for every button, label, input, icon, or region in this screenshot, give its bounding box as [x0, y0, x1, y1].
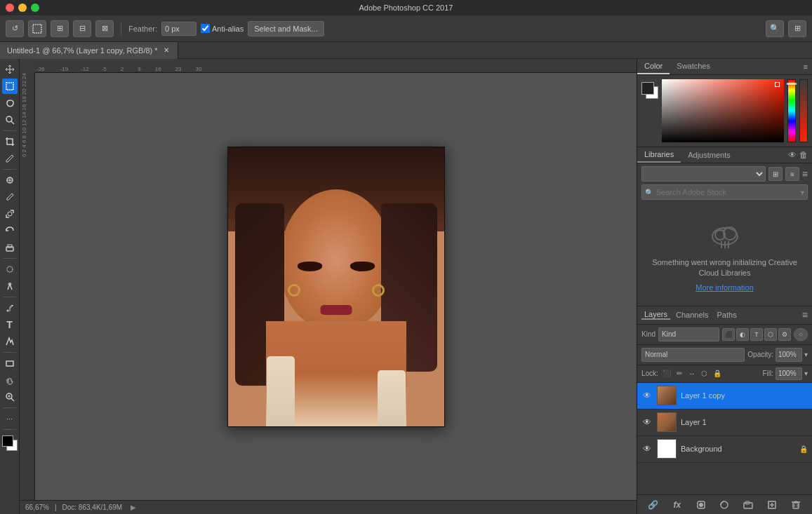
- canvas-document[interactable]: [227, 147, 445, 427]
- smart-filter-icon[interactable]: ⚙: [778, 328, 791, 341]
- feather-input[interactable]: [161, 22, 197, 36]
- tab-layers[interactable]: Layers: [641, 310, 670, 320]
- dodge-tool[interactable]: [2, 278, 18, 294]
- tab-libraries[interactable]: Libraries: [637, 147, 681, 163]
- eyedropper-tool[interactable]: [2, 151, 18, 166]
- canvas-viewport[interactable]: [35, 73, 637, 500]
- library-dropdown[interactable]: [641, 166, 766, 182]
- heal-tool[interactable]: [2, 173, 18, 188]
- more-information-link[interactable]: More information: [695, 283, 754, 292]
- tool-icon-4[interactable]: ⊠: [95, 20, 114, 37]
- libraries-delete-btn[interactable]: 🗑: [799, 150, 808, 160]
- tool-icon-2[interactable]: ⊞: [51, 20, 69, 37]
- kind-select[interactable]: Kind: [658, 327, 719, 341]
- tool-separator-3: [4, 258, 16, 259]
- history-brush-tool[interactable]: [2, 223, 18, 238]
- type-tool[interactable]: T: [2, 317, 18, 332]
- cloud-error-icon: [707, 217, 743, 252]
- type-filter-icon[interactable]: T: [750, 328, 763, 341]
- undo-btn[interactable]: ↺: [6, 20, 24, 37]
- traffic-lights[interactable]: [6, 4, 39, 12]
- libraries-visibility-btn[interactable]: 👁: [788, 150, 797, 160]
- fg-bg-swatch[interactable]: [641, 82, 658, 99]
- new-adjustment-btn[interactable]: [717, 498, 731, 512]
- search-button[interactable]: 🔍: [766, 20, 784, 37]
- color-panel-menu[interactable]: ≡: [804, 62, 812, 71]
- grid-view-btn[interactable]: ⊞: [768, 167, 783, 181]
- layer-item[interactable]: 👁 Background 🔒: [637, 436, 812, 463]
- rect-marquee-icon[interactable]: [28, 20, 46, 37]
- alpha-bar[interactable]: [799, 79, 808, 142]
- libraries-panel: Libraries Adjustments 👁 🗑 ⊞ ≡ ≡ 🔍: [637, 147, 812, 306]
- rect-tool[interactable]: [2, 356, 18, 371]
- layer-visibility-0[interactable]: 👁: [641, 390, 653, 401]
- hue-bar[interactable]: [787, 79, 796, 142]
- shape-filter-icon[interactable]: ⬡: [764, 328, 777, 341]
- eyes: [291, 259, 382, 273]
- minimize-button[interactable]: [18, 4, 27, 12]
- tool-separator-1: [4, 130, 16, 131]
- tab-swatches[interactable]: Swatches: [670, 59, 717, 74]
- libraries-options-menu[interactable]: ≡: [802, 168, 808, 180]
- layer-visibility-2[interactable]: 👁: [641, 443, 653, 454]
- opacity-input[interactable]: [776, 348, 802, 362]
- adjustment-filter-icon[interactable]: ◐: [736, 328, 749, 341]
- layers-panel-menu[interactable]: ≡: [802, 309, 808, 320]
- layer-item[interactable]: 👁 Layer 1 copy: [637, 383, 812, 410]
- fill-arrow[interactable]: ▾: [804, 370, 808, 377]
- layer-visibility-1[interactable]: 👁: [641, 417, 653, 428]
- pixel-filter-icon[interactable]: ⬛: [722, 328, 735, 341]
- filter-toggle[interactable]: ○: [794, 328, 808, 341]
- clone-stamp-tool[interactable]: [2, 206, 18, 222]
- lock-gradient-icon[interactable]: ✏: [674, 368, 685, 379]
- link-layers-btn[interactable]: 🔗: [646, 498, 660, 512]
- pen-tool[interactable]: [2, 300, 18, 316]
- blur-tool[interactable]: [2, 262, 18, 277]
- add-mask-btn[interactable]: [694, 498, 708, 512]
- blend-mode-select[interactable]: Normal: [641, 348, 745, 362]
- lasso-tool[interactable]: [2, 95, 18, 111]
- color-swatch-area[interactable]: [2, 435, 18, 451]
- tab-channels-visible[interactable]: Channels: [673, 311, 711, 319]
- color-gradient-picker[interactable]: [662, 79, 784, 142]
- tab-adjustments[interactable]: Adjustments: [681, 148, 738, 162]
- eraser-tool[interactable]: [2, 240, 18, 255]
- new-layer-btn[interactable]: [765, 498, 779, 512]
- more-tools[interactable]: ···: [2, 411, 18, 426]
- library-search-input[interactable]: [656, 188, 801, 196]
- select-mask-button[interactable]: Select and Mask...: [248, 21, 324, 36]
- close-button[interactable]: [6, 4, 14, 12]
- document-tab[interactable]: Untitled-1 @ 66,7% (Layer 1 copy, RGB/8)…: [0, 42, 178, 59]
- fg-swatch[interactable]: [641, 82, 654, 95]
- crop-tool[interactable]: [2, 134, 18, 149]
- lock-pixels-icon[interactable]: ⬛: [661, 368, 672, 379]
- search-dropdown-arrow[interactable]: ▾: [801, 189, 804, 196]
- doc-info-arrow[interactable]: ▶: [131, 503, 136, 511]
- opacity-arrow[interactable]: ▾: [804, 351, 808, 358]
- zoom-tool[interactable]: [2, 389, 18, 405]
- quick-select-tool[interactable]: [2, 112, 18, 128]
- marquee-tool[interactable]: [2, 79, 18, 94]
- fx-btn[interactable]: fx: [670, 498, 684, 512]
- tab-paths[interactable]: Paths: [714, 311, 740, 319]
- maximize-button[interactable]: [31, 4, 39, 12]
- tool-icon-3[interactable]: ⊟: [73, 20, 91, 37]
- fill-input[interactable]: [776, 367, 802, 380]
- new-group-btn[interactable]: [741, 498, 755, 512]
- tab-close-button[interactable]: ✕: [162, 46, 171, 55]
- eye-left: [298, 262, 322, 271]
- tab-color[interactable]: Color: [637, 59, 670, 74]
- brush-tool[interactable]: [2, 189, 18, 205]
- fg-color-swatch[interactable]: [2, 435, 13, 447]
- lock-artboard-icon[interactable]: ⬡: [699, 368, 710, 379]
- hand-tool[interactable]: [2, 372, 18, 388]
- lock-all-icon[interactable]: 🔒: [712, 368, 723, 379]
- anti-alias-checkbox[interactable]: Anti-alias: [201, 24, 244, 33]
- lock-move-icon[interactable]: ↔: [686, 368, 698, 379]
- workspace-button[interactable]: ⊞: [788, 20, 806, 37]
- path-select-tool[interactable]: [2, 334, 18, 349]
- move-tool[interactable]: [2, 62, 18, 77]
- delete-layer-btn[interactable]: [789, 498, 803, 512]
- list-view-btn[interactable]: ≡: [785, 167, 799, 181]
- layer-item[interactable]: 👁 Layer 1: [637, 410, 812, 436]
